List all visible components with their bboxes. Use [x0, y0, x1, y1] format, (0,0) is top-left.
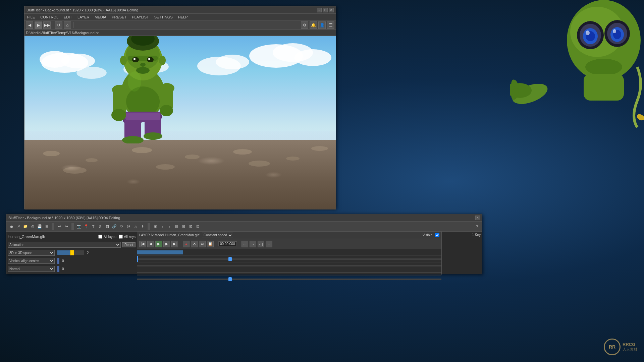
- right-panel: 1 Key: [442, 232, 482, 275]
- speed-dropdown[interactable]: Constant speed: [202, 233, 233, 238]
- timeline-row-2: [137, 256, 441, 262]
- toolbar-icon-pin[interactable]: 📍: [83, 224, 89, 230]
- timeline-block-1: [137, 250, 183, 254]
- icon-btn-1[interactable]: ⚙: [301, 21, 308, 29]
- menu-media[interactable]: MEDIA: [93, 15, 108, 19]
- menu-help[interactable]: HELP: [177, 15, 189, 19]
- toolbar-icon-folder[interactable]: 📁: [22, 224, 29, 230]
- watermark-text-container: RRCG 人人素材: [623, 342, 637, 352]
- animation-row: Animation Reset: [8, 241, 136, 248]
- space-dropdown[interactable]: 3D in 3D space: [8, 250, 55, 256]
- svg-point-52: [159, 56, 166, 65]
- toolbar-icon-save[interactable]: 💾: [37, 224, 43, 230]
- toolbar-icon-link2[interactable]: ⛓: [125, 224, 131, 230]
- icon-btn-3[interactable]: 👤: [318, 21, 326, 29]
- timeline-playhead: [137, 256, 138, 262]
- time-value: 00:00.000: [220, 242, 235, 246]
- play-transport-button[interactable]: ▶: [155, 241, 162, 247]
- toolbar-icon-down[interactable]: ⬇: [140, 224, 146, 230]
- toolbar-icon-r5[interactable]: ⊟: [180, 224, 186, 230]
- toolbar-icon-r7[interactable]: ⊡: [195, 224, 201, 230]
- svg-rect-72: [584, 74, 624, 101]
- minimize-button[interactable]: –: [317, 8, 322, 12]
- toolbar-icon-r4[interactable]: ▤: [173, 224, 179, 230]
- toolbar-icon-clock[interactable]: ⏱: [30, 224, 36, 230]
- icon-btn-2[interactable]: 🔔: [310, 21, 317, 29]
- home-button[interactable]: ⌂: [64, 21, 71, 29]
- svg-point-33: [111, 109, 126, 121]
- menu-file[interactable]: FILE: [26, 15, 36, 19]
- toolbar-icon-r3[interactable]: ↕: [166, 224, 172, 230]
- bottom-close-button[interactable]: ✕: [475, 216, 480, 220]
- forward-button[interactable]: ▶▶: [43, 21, 51, 29]
- menu-preset[interactable]: PRESET: [110, 15, 128, 19]
- all-layers-label: All layers: [104, 235, 117, 239]
- timeline-row-5: [137, 276, 441, 283]
- next-frame-button[interactable]: ▶: [163, 241, 170, 247]
- toolbar-icon-undo[interactable]: ↩: [56, 224, 62, 230]
- record-button[interactable]: ●: [183, 241, 190, 247]
- toolbar-icon-link[interactable]: 🔗: [111, 224, 117, 230]
- animation-dropdown[interactable]: Animation: [8, 242, 121, 248]
- timeline-track-4: [137, 272, 441, 273]
- layer-name-row: Human_GreenMan.glb All layers All keys: [8, 233, 136, 240]
- toolbar-icon-text[interactable]: T: [90, 224, 96, 230]
- close-button[interactable]: ✕: [329, 8, 334, 12]
- toolbar-icon-camera[interactable]: 📷: [76, 224, 82, 230]
- watermark-chinese: 人人素材: [623, 347, 637, 352]
- icon-btn-4[interactable]: ☰: [327, 21, 334, 29]
- prev-key-button[interactable]: |◀: [139, 241, 146, 247]
- toolbar-icon-help[interactable]: ?: [474, 224, 480, 230]
- align-value: 0: [62, 259, 64, 263]
- toolbar-icon-style[interactable]: S: [97, 224, 103, 230]
- svg-point-50: [136, 67, 150, 74]
- all-layers-checkbox[interactable]: [98, 235, 102, 239]
- svg-point-10: [76, 67, 107, 79]
- maximize-button[interactable]: □: [323, 8, 328, 12]
- toolbar-icon-r1[interactable]: ▣: [152, 224, 158, 230]
- svg-point-53: [128, 71, 141, 92]
- loop-button[interactable]: ⧉: [199, 241, 206, 247]
- preview-area: [24, 36, 336, 209]
- prev-frame-button[interactable]: ◀: [147, 241, 154, 247]
- toolbar-icon-grid[interactable]: ⊞: [44, 224, 50, 230]
- toolbar-icon-record[interactable]: ⏺: [8, 224, 14, 230]
- nav-plus-button[interactable]: +: [266, 241, 272, 247]
- toolbar-icon-r2[interactable]: ↕: [159, 224, 165, 230]
- bottom-controls: Human_GreenMan.glb All layers All keys A…: [6, 232, 482, 275]
- left-panel: Human_GreenMan.glb All layers All keys A…: [6, 232, 137, 275]
- refresh-button[interactable]: ↺: [55, 21, 62, 29]
- nav-right-button[interactable]: →: [250, 241, 256, 247]
- toolbar-icon-rotate[interactable]: ↻: [118, 224, 124, 230]
- toolbar-icon-export[interactable]: ↗: [15, 224, 21, 230]
- space-slider-thumb[interactable]: [70, 250, 74, 255]
- toolbar-icon-redo[interactable]: ↪: [63, 224, 69, 230]
- nav-left-button[interactable]: ←: [241, 241, 248, 247]
- align-dropdown[interactable]: Vertical align centre: [8, 258, 55, 264]
- visible-checkbox[interactable]: [435, 233, 439, 237]
- play-button[interactable]: ▶: [35, 21, 42, 29]
- blend-indicator: [57, 266, 59, 272]
- space-slider[interactable]: [57, 250, 84, 255]
- blend-value: 0: [62, 267, 64, 271]
- stop-button[interactable]: ✕: [191, 241, 198, 247]
- next-key-button[interactable]: ▶|: [171, 241, 178, 247]
- svg-point-73: [636, 113, 644, 122]
- svg-point-18: [63, 167, 87, 174]
- reset-button[interactable]: Reset: [122, 242, 136, 247]
- all-keys-checkbox[interactable]: [119, 235, 123, 239]
- blend-dropdown[interactable]: Normal: [8, 266, 55, 272]
- toolbar-icon-image[interactable]: 🖼: [104, 224, 110, 230]
- back-button[interactable]: ◀: [26, 21, 33, 29]
- menu-edit[interactable]: EDIT: [62, 15, 73, 19]
- toolbar-icon-r6[interactable]: ⊠: [187, 224, 194, 230]
- copy-key-button[interactable]: 📋: [207, 241, 214, 247]
- menu-settings[interactable]: SETTINGS: [153, 15, 174, 19]
- toolbar-separator-2: [73, 22, 73, 28]
- menu-playlist[interactable]: PLAYLIST: [130, 15, 150, 19]
- svg-point-11: [43, 151, 60, 156]
- menu-layer[interactable]: LAYER: [76, 15, 91, 19]
- toolbar-icon-music[interactable]: ♫: [132, 224, 139, 230]
- menu-control[interactable]: CONTROL: [39, 15, 60, 19]
- nav-in-button[interactable]: ←|: [258, 241, 264, 247]
